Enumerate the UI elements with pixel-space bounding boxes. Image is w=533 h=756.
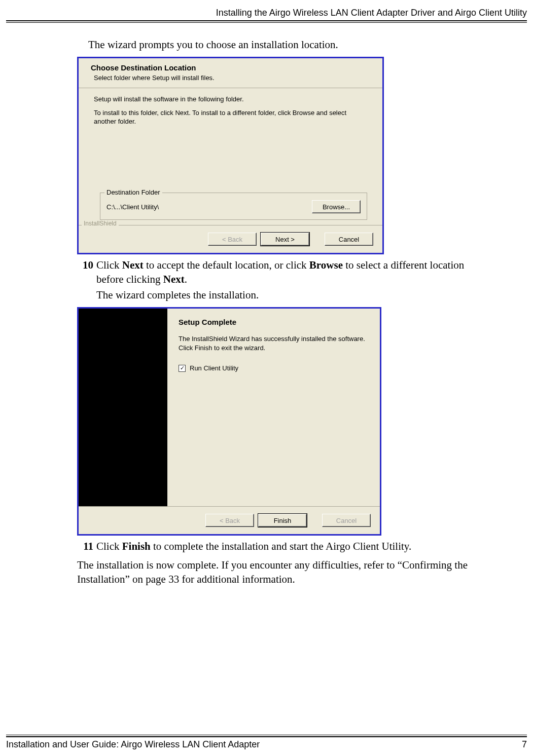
footer-rule-thick [6, 736, 527, 737]
back-button[interactable]: < Back [208, 233, 257, 246]
running-header: Installing the Airgo Wireless LAN Client… [6, 8, 527, 18]
setup-complete-title: Setup Complete [179, 318, 371, 326]
wizard-side-graphic [79, 309, 167, 506]
cancel-button[interactable]: Cancel [325, 233, 373, 246]
step-10-followup: The wizard completes the installation. [96, 288, 483, 302]
step-number: 11 [77, 540, 93, 553]
finish-button[interactable]: Finish [258, 514, 307, 527]
dialog-subtitle: Select folder where Setup will install f… [94, 74, 374, 82]
step-11-text: Click Finish to complete the installatio… [96, 540, 483, 553]
run-client-utility-label: Run Client Utility [190, 364, 238, 372]
wizard-button-row-2: < Back Finish Cancel [79, 506, 380, 534]
screenshot-setup-complete: Setup Complete The InstallShield Wizard … [77, 307, 381, 536]
installshield-brand: InstallShield [82, 220, 119, 227]
step-10: 10 Click Next to accept the default loca… [77, 258, 483, 286]
destination-folder-label: Destination Folder [104, 188, 162, 196]
step-number: 10 [77, 258, 93, 286]
cancel-button-2[interactable]: Cancel [322, 514, 371, 527]
step-11: 11 Click Finish to complete the installa… [77, 540, 483, 553]
back-button-2[interactable]: < Back [205, 514, 254, 527]
destination-folder-group: Destination Folder C:\...\Client Utility… [100, 193, 367, 220]
screenshot-choose-destination: Choose Destination Location Select folde… [77, 57, 384, 254]
setup-complete-body: The InstallShield Wizard has successfull… [179, 334, 371, 352]
run-client-utility-checkbox[interactable] [179, 365, 186, 372]
dialog-title: Choose Destination Location [91, 63, 374, 72]
footer-doc-title: Installation and User Guide: Airgo Wirel… [6, 739, 260, 750]
step-10-text: Click Next to accept the default locatio… [96, 258, 483, 286]
dialog-text-line-1: Setup will install the software in the f… [94, 95, 367, 104]
dialog-text-line-2: To install to this folder, click Next. T… [94, 109, 367, 126]
lead-paragraph-1: The wizard prompts you to choose an inst… [88, 38, 483, 52]
next-button[interactable]: Next > [261, 233, 309, 246]
footer-page-number: 7 [522, 739, 527, 750]
destination-folder-path: C:\...\Client Utility\ [106, 203, 159, 211]
browse-button[interactable]: Browse... [312, 200, 361, 213]
wizard-button-row: < Back Next > Cancel [79, 225, 382, 253]
closing-paragraph: The installation is now complete. If you… [77, 558, 483, 586]
